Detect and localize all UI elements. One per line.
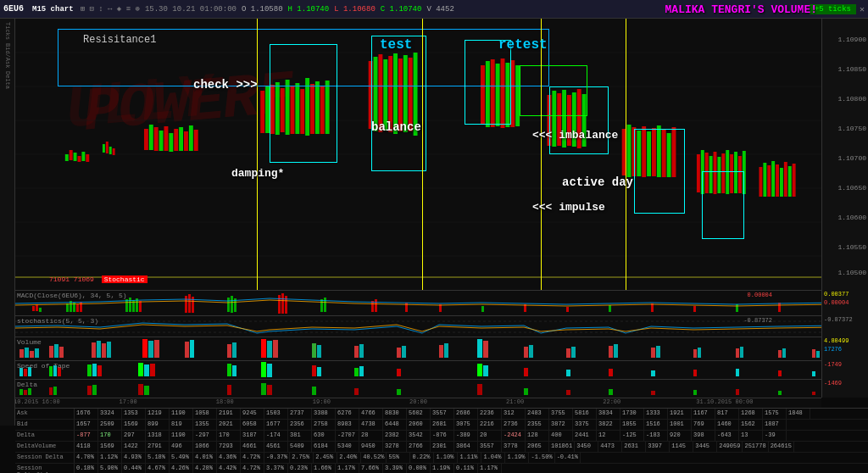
svg-rect-98 [788, 166, 792, 197]
svg-rect-165 [397, 348, 401, 358]
svg-rect-9 [74, 153, 77, 161]
delta-cell: -389 [454, 431, 478, 441]
left-sidebar: Ticks Bid/Ask Delta [0, 19, 15, 426]
bid-cell: 6448 [383, 420, 407, 430]
svg-rect-228 [261, 383, 266, 395]
svg-rect-17 [144, 129, 148, 150]
delta-val: -1469 [822, 379, 868, 387]
delta-cell: -2707 [336, 431, 359, 441]
svg-rect-164 [359, 344, 364, 358]
ohlc-o: O 1.10580 [242, 5, 283, 14]
row-label-session-delta-vol: Session Delta/Vol [15, 464, 75, 473]
annotation-test: test [380, 37, 412, 53]
svg-rect-220 [28, 388, 31, 395]
svg-rect-224 [92, 385, 97, 395]
svg-rect-171 [524, 347, 528, 358]
svg-rect-11 [81, 152, 85, 161]
ohlc-v: V 4452 [426, 5, 453, 14]
vol-right-panel: 4.80499 17276 [821, 337, 868, 360]
sidebar-ticks[interactable]: Ticks [4, 22, 11, 40]
svg-rect-141 [25, 348, 29, 358]
price-1.10750: 1.10750 [837, 125, 866, 132]
delta-cell: 920 [668, 431, 692, 441]
ask-cell: 312 [502, 409, 526, 419]
delta-label: Delta [17, 381, 37, 388]
svg-rect-216 [778, 370, 782, 376]
svg-rect-155 [190, 340, 194, 358]
svg-rect-205 [354, 368, 359, 376]
svg-rect-212 [609, 369, 613, 376]
stoch-right-panel: -0.87372 [821, 315, 868, 337]
time-2: 17:00 [120, 398, 137, 405]
speed-right-panel: -1749 [821, 360, 868, 379]
price-1.10550: 1.10550 [837, 243, 866, 251]
bid-cell: 8983 [336, 420, 359, 430]
svg-rect-229 [267, 385, 272, 395]
bid-cell: 2021 [217, 420, 241, 430]
svg-rect-148 [97, 341, 101, 358]
ask-cell: 3834 [597, 409, 620, 419]
svg-rect-130 [481, 306, 484, 312]
bid-cell: 1657 [75, 420, 98, 430]
svg-rect-170 [483, 341, 488, 358]
bid-cell: 2509 [98, 420, 122, 430]
macd-chart [15, 291, 821, 316]
svg-rect-10 [78, 156, 81, 162]
vline-3 [541, 19, 542, 290]
delta-cell: 2382 [383, 431, 407, 441]
svg-rect-172 [529, 345, 533, 358]
svg-rect-114 [139, 301, 142, 312]
svg-rect-18 [149, 125, 153, 150]
svg-rect-231 [354, 388, 359, 395]
delta-cell: -39 [763, 431, 787, 441]
svg-rect-94 [771, 161, 775, 197]
svg-rect-147 [92, 342, 96, 358]
chart-area: POWERF ULLY Resisitance1 test retest che… [15, 19, 821, 290]
svg-rect-169 [477, 339, 482, 358]
delta-cell: -2424 [502, 431, 526, 441]
ask-cell: 6276 [336, 409, 359, 419]
svg-rect-214 [693, 370, 697, 376]
svg-rect-168 [444, 343, 448, 358]
svg-rect-150 [107, 342, 111, 358]
svg-rect-96 [780, 168, 783, 197]
ask-cell: 3324 [98, 409, 122, 419]
price-1.10700: 1.10700 [837, 154, 866, 162]
chart-title: 6EU6 [3, 4, 24, 14]
annotation-balance: balance [371, 120, 421, 134]
close-icon[interactable]: ✕ [860, 4, 865, 14]
bid-cell: 6058 [241, 420, 264, 430]
vol-box-3 [465, 40, 511, 125]
bid-cell: 1355 [193, 420, 217, 430]
svg-rect-186 [816, 351, 820, 358]
ask-cell: 3557 [431, 409, 454, 419]
svg-rect-221 [49, 387, 53, 395]
svg-rect-93 [767, 165, 771, 197]
svg-rect-140 [19, 349, 24, 358]
svg-rect-28 [260, 91, 264, 133]
bid-cell: 2758 [312, 420, 336, 430]
delta-panel: Delta [15, 379, 821, 398]
svg-rect-162 [317, 345, 321, 358]
time-6: 21:00 [506, 398, 524, 405]
stoch-chart [15, 316, 821, 337]
bid-cell: 769 [692, 420, 715, 430]
ohlc-date: 15.30 10.21 01:00:00 [145, 5, 236, 14]
ask-cell: 3388 [312, 409, 336, 419]
svg-rect-26 [189, 125, 193, 151]
svg-rect-79 [697, 154, 700, 192]
svg-rect-217 [812, 371, 815, 376]
sidebar-bid-ask[interactable]: Bid/Ask [4, 43, 11, 68]
svg-rect-137 [778, 303, 781, 312]
delta-cell: 3187 [241, 431, 264, 441]
sidebar-delta[interactable]: Delta [4, 71, 11, 89]
svg-rect-236 [609, 389, 613, 395]
bid-cell: 3375 [573, 420, 597, 430]
svg-rect-218 [19, 389, 23, 395]
svg-rect-123 [285, 296, 287, 314]
svg-rect-25 [184, 131, 188, 151]
svg-rect-20 [159, 131, 164, 151]
ask-cell: 2236 [478, 409, 502, 419]
price-1.10600: 1.10600 [837, 214, 866, 221]
ask-cell: 817 [715, 409, 739, 419]
